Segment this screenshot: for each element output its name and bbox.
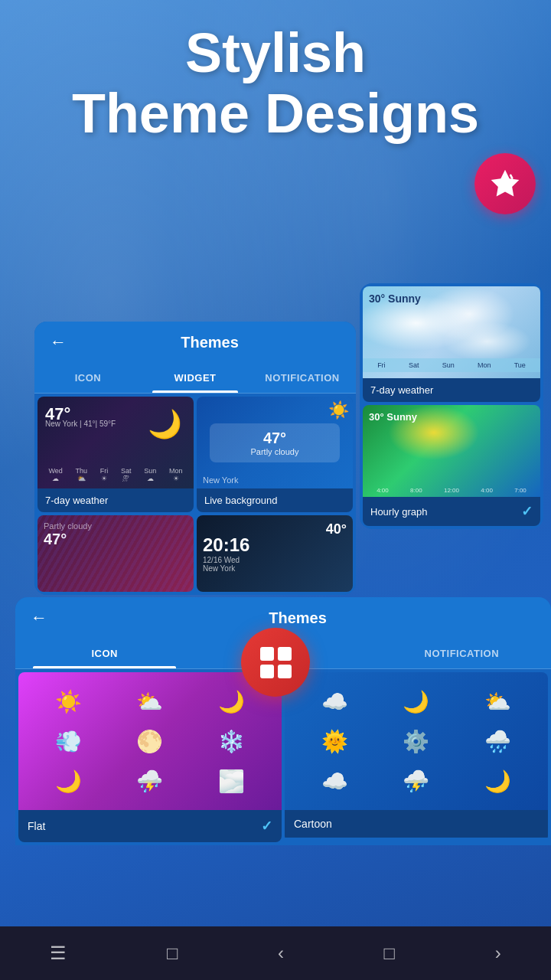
- cartoon-partial: ⛅: [484, 689, 511, 714]
- fab-grid-icon: [257, 644, 295, 681]
- live-desc: Partly cloudy: [222, 447, 327, 456]
- mid-tabs: ICON WIDGET NOTIFICATION: [34, 363, 356, 394]
- moon-icon: 🌙: [148, 408, 182, 440]
- hero-title: Stylish Theme Designs: [0, 23, 551, 144]
- tab-notification-back[interactable]: NOTIFICATION: [373, 639, 551, 668]
- card-night-weather[interactable]: 47° New York | 41°| 59°F 🌙 Wed☁ Thu⛅ Fri…: [37, 397, 194, 512]
- flat-sun: ☀️: [55, 689, 82, 714]
- day-fri: Fri: [377, 361, 386, 369]
- tab-notification-mid[interactable]: NOTIFICATION: [249, 363, 356, 393]
- cartoon-cloud2: ☁️: [321, 769, 348, 794]
- hourly-checkmark: ✓: [521, 503, 533, 520]
- flat-crescent: 🌙: [55, 769, 82, 794]
- card-live-bg[interactable]: ☀️ 47° Partly cloudy New York Live backg…: [197, 397, 353, 512]
- card-stormy[interactable]: Partly cloudy 47°: [37, 515, 194, 592]
- nav-back[interactable]: ‹: [278, 942, 284, 964]
- right-card-7day[interactable]: 30° Sunny Fri Sat Sun Mon Tue 7-day weat…: [363, 286, 540, 402]
- mid-window-header: ← Themes: [34, 322, 356, 363]
- right-card-7day-label: 7-day weather: [363, 378, 540, 402]
- tab-icon-mid[interactable]: ICON: [34, 363, 142, 393]
- right-card-hourly[interactable]: 30° Sunny 4:00 8:00 12:00 4:00 7:00 Hour…: [363, 405, 540, 526]
- flat-wind: 💨: [55, 729, 82, 754]
- clock-location: New York: [203, 564, 249, 573]
- clock-temp: 40°: [326, 521, 347, 537]
- back-window-title: Themes: [269, 609, 327, 627]
- card-night-label: 7-day weather: [37, 488, 194, 512]
- cartoon-night-cloud: 🌙: [484, 769, 511, 794]
- live-temp: 47°: [222, 430, 327, 447]
- cartoon-storm: ⛈️: [403, 769, 429, 794]
- nav-recent[interactable]: □: [384, 942, 396, 964]
- card-live-label: Live background: [197, 488, 353, 512]
- hour-1: 4:00: [377, 487, 389, 494]
- hour-2: 8:00: [410, 487, 422, 494]
- back-arrow-icon[interactable]: ←: [31, 608, 47, 628]
- flat-moon-cloud: 🌙: [218, 689, 245, 714]
- tab-widget-mid[interactable]: WIDGET: [142, 363, 249, 393]
- day-mon: Mon: [478, 361, 491, 369]
- mid-window-title: Themes: [181, 334, 239, 351]
- cartoon-label: Cartoon: [285, 810, 548, 838]
- cartoon-moon: 🌙: [403, 689, 429, 714]
- nav-forward[interactable]: ›: [495, 942, 501, 964]
- themes-right-panel: 30° Sunny Fri Sat Sun Mon Tue 7-day weat…: [360, 283, 543, 529]
- cartoon-sun-big: 🌞: [321, 729, 348, 754]
- nav-home[interactable]: □: [167, 942, 178, 964]
- tab-icon-back[interactable]: ICON: [15, 639, 194, 668]
- night-days: Wed☁ Thu⛅ Fri☀ Sat⛈ Sun☁ Mon☀: [37, 467, 194, 482]
- themes-mid-window: ← Themes ICON WIDGET NOTIFICATION 47° Ne…: [34, 322, 356, 595]
- flat-snow-cloud: ❄️: [218, 729, 245, 754]
- icon-set-flat[interactable]: ☀️ ⛅ 🌙 💨 🌕 ❄️ 🌙 ⛈️ 🌫️ Flat ✓: [18, 672, 282, 842]
- icon-set-cartoon[interactable]: ☁️ 🌙 ⛅ 🌞 ⚙️ 🌧️ ☁️ ⛈️ 🌙 Cartoon: [285, 672, 548, 842]
- flat-lightning: ⛈️: [136, 769, 163, 794]
- day-sun: Sun: [442, 361, 455, 369]
- nav-menu[interactable]: ☰: [50, 942, 67, 964]
- card-clock[interactable]: 20:16 12/16 Wed New York 40°: [197, 515, 353, 592]
- hour-4: 4:00: [481, 487, 493, 494]
- mid-back-arrow[interactable]: ←: [50, 332, 67, 352]
- right-card-7day-temp: 30° Sunny: [369, 292, 421, 305]
- flat-fog: 🌫️: [218, 769, 245, 794]
- clock-time: 20:16: [203, 534, 249, 556]
- cartoon-rain: 🌧️: [484, 729, 511, 754]
- star-icon: [488, 167, 522, 201]
- day-sat: Sat: [409, 361, 419, 369]
- flat-checkmark: ✓: [261, 818, 272, 835]
- nav-bar: ☰ □ ‹ □ ›: [0, 926, 551, 980]
- live-sun-icon: ☀️: [328, 400, 349, 420]
- star-badge[interactable]: [474, 153, 536, 214]
- flat-cloud: ⛅: [136, 689, 163, 714]
- day-tue: Tue: [514, 361, 526, 369]
- hour-3: 12:00: [444, 487, 459, 494]
- fab-app-grid[interactable]: [241, 628, 310, 697]
- night-location: New York | 41°| 59°F: [45, 420, 116, 428]
- clock-date: 12/16 Wed: [203, 556, 249, 564]
- mid-cards-grid: 47° New York | 41°| 59°F 🌙 Wed☁ Thu⛅ Fri…: [34, 394, 356, 595]
- flat-label: Flat ✓: [18, 810, 282, 842]
- cartoon-cloud1: ☁️: [321, 689, 348, 714]
- flat-full-sun: 🌕: [136, 729, 163, 754]
- live-location: New York: [203, 475, 238, 485]
- right-card-hourly-label: Hourly graph ✓: [363, 497, 540, 526]
- cartoon-gear: ⚙️: [403, 729, 429, 754]
- hour-5: 7:00: [514, 487, 527, 494]
- hourly-temp: 30° Sunny: [369, 411, 417, 423]
